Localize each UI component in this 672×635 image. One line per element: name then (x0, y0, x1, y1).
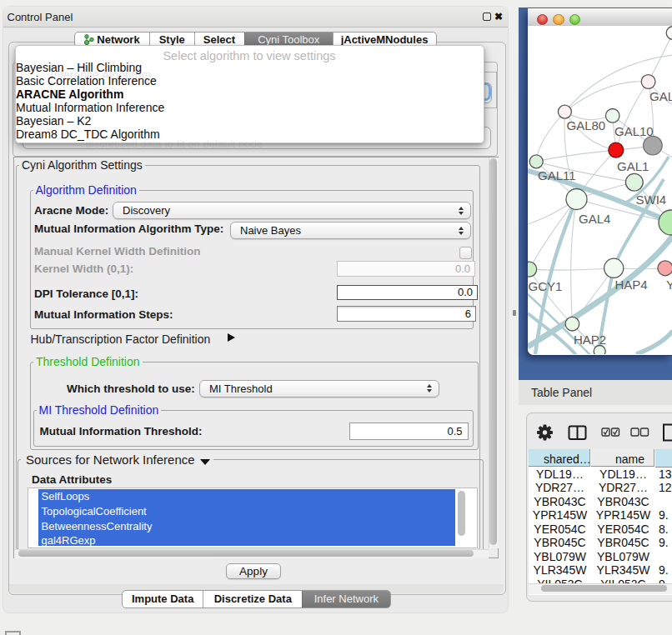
svg-text:HAP2: HAP2 (574, 332, 606, 347)
svg-text:GAL11: GAL11 (538, 168, 576, 182)
svg-text:YJ: YJ (666, 278, 672, 292)
svg-text:GAL4: GAL4 (579, 212, 610, 226)
svg-text:SWI4: SWI4 (636, 192, 667, 207)
svg-text:GAL10: GAL10 (614, 124, 654, 138)
svg-text:GCY1: GCY1 (529, 279, 563, 293)
svg-text:GAL80: GAL80 (567, 118, 606, 132)
svg-text:GAL7: GAL7 (649, 89, 672, 103)
svg-text:GAL1: GAL1 (617, 159, 649, 173)
svg-text:HAP4: HAP4 (615, 278, 648, 292)
